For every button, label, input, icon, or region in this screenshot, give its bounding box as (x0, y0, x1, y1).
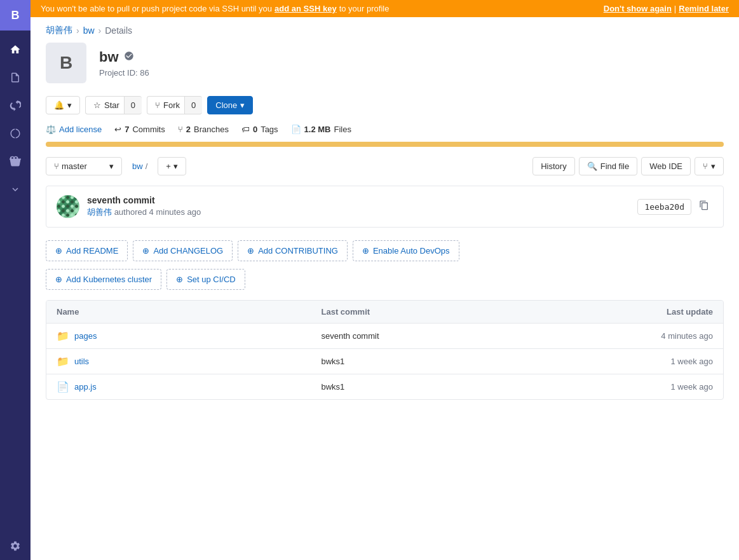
sidebar-item-merge[interactable] (3, 93, 28, 118)
branch-selector[interactable]: ⑂ master ▾ (46, 157, 122, 175)
banner-message-after: to your profile (339, 4, 390, 13)
banner-actions: Don't show again | Remind later (604, 4, 729, 13)
commit-hash-badge[interactable]: 1eeba20d (637, 199, 691, 215)
branches-link[interactable]: ⑂ 2 Branches (178, 125, 229, 134)
file-commit-message: seventh commit (322, 331, 586, 341)
file-pages[interactable]: 📁 pages (57, 330, 322, 342)
main-content: You won't be able to pull or push projec… (31, 0, 739, 560)
table-row: 📁 utils bwks1 1 week ago (46, 349, 723, 374)
file-date: 4 minutes ago (586, 331, 713, 341)
fork-count[interactable]: 0 (184, 96, 202, 114)
notification-chevron: ▾ (67, 100, 72, 110)
project-info: bw Project ID: 86 (99, 49, 149, 78)
sidebar-item-packages[interactable] (3, 149, 28, 174)
commit-message: seventh commit (87, 195, 201, 205)
git-icon: ⑂ (703, 161, 708, 171)
add-k8s-button[interactable]: ⊕ Add Kubernetes cluster (46, 269, 161, 290)
plus-icon: ⊕ (142, 246, 149, 256)
file-icon: 📄 (57, 381, 69, 393)
plus-icon: + (166, 161, 171, 171)
sidebar-item-pipelines[interactable] (3, 121, 28, 146)
search-icon: 🔍 (587, 161, 597, 171)
folder-icon: 📁 (57, 355, 69, 367)
quick-actions-row1: ⊕ Add README ⊕ Add CHANGELOG ⊕ Add CONTR… (46, 240, 724, 261)
clone-chevron-icon: ▾ (240, 100, 245, 110)
ssh-banner: You won't be able to pull or push projec… (31, 0, 739, 17)
star-icon: ☆ (93, 100, 101, 110)
sidebar-item-settings[interactable] (3, 533, 28, 559)
sidebar-item-issues[interactable] (3, 65, 28, 90)
find-file-button[interactable]: 🔍 Find file (579, 157, 638, 175)
star-count[interactable]: 0 (124, 96, 142, 114)
project-name: bw (99, 49, 149, 65)
more-options-button[interactable]: ⑂ ▾ (695, 157, 724, 175)
commit-meta: 胡善伟 authored 4 minutes ago (87, 207, 201, 218)
chevron-down-icon: ▾ (711, 161, 715, 171)
plus-icon: ⊕ (55, 246, 62, 256)
branch-icon: ⑂ (178, 125, 183, 134)
quick-actions-row2: ⊕ Add Kubernetes cluster ⊕ Set up CI/CD (46, 269, 724, 290)
sidebar-item-home[interactable] (3, 37, 28, 62)
web-ide-button[interactable]: Web IDE (641, 157, 691, 175)
setup-cicd-button[interactable]: ⊕ Set up CI/CD (166, 269, 245, 290)
commit-details: seventh commit 胡善伟 authored 4 minutes ag… (87, 195, 201, 218)
notification-button[interactable]: 🔔 ▾ (46, 96, 80, 114)
branch-path: bw / (127, 158, 153, 175)
fork-icon: ⑂ (155, 100, 160, 110)
files-link[interactable]: 📄 1.2 MB Files (291, 125, 351, 134)
fork-group: ⑂ Fork 0 (147, 96, 202, 114)
tags-link[interactable]: 🏷 0 Tags (241, 125, 278, 134)
history-button[interactable]: History (532, 157, 574, 175)
col-last-commit: Last commit (322, 307, 586, 317)
enable-devops-button[interactable]: ⊕ Enable Auto DevOps (353, 240, 459, 261)
breadcrumb-user[interactable]: 胡善伟 (46, 25, 72, 36)
plus-icon: ⊕ (247, 246, 254, 256)
commit-avatar (57, 195, 79, 218)
dont-show-again-btn[interactable]: Don't show again (604, 4, 672, 13)
file-table: Name Last commit Last update 📁 pages sev… (46, 300, 724, 400)
chevron-down-icon: ▾ (173, 161, 178, 171)
branch-action-buttons: History 🔍 Find file Web IDE ⑂ ▾ (532, 157, 724, 175)
branch-controls: ⑂ master ▾ bw / + ▾ History 🔍 Find file … (46, 157, 724, 175)
add-license-link[interactable]: ⚖️ Add license (46, 125, 102, 134)
file-appjs[interactable]: 📄 app.js (57, 381, 322, 393)
files-icon: 📄 (291, 125, 301, 134)
project-avatar: B (46, 43, 86, 83)
project-header: B bw Project ID: 86 (46, 43, 724, 83)
plus-icon: ⊕ (176, 275, 183, 284)
action-bar: 🔔 ▾ ☆ Star 0 ⑂ Fork 0 Clone ▾ (46, 96, 724, 114)
branch-icon: ⑂ (54, 161, 59, 171)
tag-icon: 🏷 (241, 125, 250, 134)
file-date: 1 week ago (586, 382, 713, 392)
clone-button[interactable]: Clone ▾ (207, 96, 253, 114)
sidebar-logo[interactable]: B (0, 0, 31, 31)
banner-ssh-link[interactable]: add an SSH key (275, 4, 337, 13)
breadcrumb: 胡善伟 › bw › Details (46, 17, 724, 43)
add-readme-button[interactable]: ⊕ Add README (46, 240, 128, 261)
sidebar: B (0, 0, 31, 560)
branch-chevron-icon: ▾ (109, 161, 114, 171)
add-contributing-button[interactable]: ⊕ Add CONTRIBUTING (238, 240, 348, 261)
breadcrumb-repo[interactable]: bw (83, 25, 95, 36)
remind-later-btn[interactable]: Remind later (679, 4, 729, 13)
stats-bar: ⚖️ Add license ↩ 7 Commits ⑂ 2 Branches … (46, 125, 724, 134)
copy-hash-button[interactable] (695, 199, 713, 214)
page-content: 胡善伟 › bw › Details B bw Project ID: 86 (31, 17, 739, 560)
add-folder-btn[interactable]: + ▾ (158, 157, 186, 175)
commit-author-link[interactable]: 胡善伟 (87, 207, 112, 217)
file-utils[interactable]: 📁 utils (57, 355, 322, 367)
col-name: Name (57, 307, 322, 317)
add-changelog-button[interactable]: ⊕ Add CHANGELOG (133, 240, 233, 261)
commit-hash: 1eeba20d (637, 199, 713, 215)
project-id: Project ID: 86 (99, 68, 149, 78)
sidebar-item-deploy[interactable] (3, 177, 28, 202)
commit-info: seventh commit 胡善伟 authored 4 minutes ag… (46, 186, 724, 228)
file-commit-message: bwks1 (322, 382, 586, 392)
commit-icon: ↩ (114, 125, 121, 134)
star-group: ☆ Star 0 (85, 96, 142, 114)
fork-button[interactable]: ⑂ Fork (147, 96, 187, 114)
star-button[interactable]: ☆ Star (85, 96, 127, 114)
plus-icon: ⊕ (362, 246, 369, 256)
commits-link[interactable]: ↩ 7 Commits (114, 125, 165, 134)
folder-icon: 📁 (57, 330, 69, 342)
